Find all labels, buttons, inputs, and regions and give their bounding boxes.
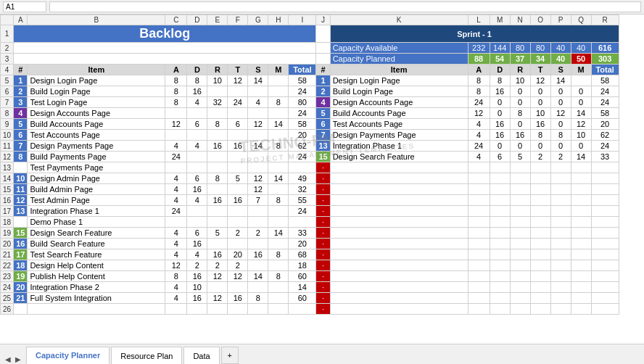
sp24-total	[591, 282, 619, 293]
bl6-s	[248, 86, 268, 97]
bl21-d: 4	[187, 249, 207, 260]
bl21-s: 16	[248, 249, 268, 260]
sprint-dot-15: ·	[316, 184, 330, 195]
bl12-d	[187, 152, 207, 162]
backlog-num-16: 12	[14, 195, 28, 206]
tab-nav-right[interactable]: ▶	[13, 354, 23, 364]
grid-wrapper[interactable]: TECHNO-PMPROJECT MANAGEMENT TEMPLATES	[0, 15, 644, 344]
bl26-r	[207, 304, 228, 315]
bl15-total: 32	[289, 184, 316, 195]
row-num-20: 20	[1, 239, 14, 249]
col-P-header: P	[550, 15, 571, 25]
sp25-a	[468, 293, 490, 304]
cap-avail-s: 40	[550, 43, 571, 54]
sprint-item-17	[330, 206, 468, 217]
row-11: 11 7 Design Payments Page 4 4 16 16 14 8…	[1, 141, 619, 152]
empty-backlog-3	[14, 54, 316, 65]
row-1: 1 Backlog Sprint - 1	[1, 25, 619, 43]
backlog-item-17: Integration Phase 1	[28, 206, 165, 217]
backlog-num-20: 16	[14, 239, 28, 249]
m-header-backlog: M	[268, 65, 289, 75]
hash-header-sprint: #	[316, 65, 330, 75]
tab-nav-left[interactable]: ◀	[3, 354, 13, 364]
sprint-item-21	[330, 249, 468, 260]
backlog-num-5: 1	[14, 75, 28, 86]
bl23-a: 8	[165, 271, 187, 282]
tab-resource-plan[interactable]: Resource Plan	[111, 347, 182, 364]
bl10-total: 20	[289, 130, 316, 141]
backlog-item-11: Design Payments Page	[28, 141, 165, 152]
sp17-r	[510, 206, 530, 217]
bl18-r	[207, 217, 228, 228]
tab-data[interactable]: Data	[183, 347, 219, 364]
row-num-2: 2	[1, 43, 14, 54]
bl22-m	[268, 260, 289, 271]
row-num-15: 15	[1, 184, 14, 195]
sprint-item-12: Design Search Feature	[330, 152, 468, 162]
sp14-t	[530, 173, 550, 184]
bl25-r: 12	[207, 293, 228, 304]
sp13-m	[571, 162, 591, 173]
bl19-a: 4	[165, 228, 187, 239]
sprint-item-14	[330, 173, 468, 184]
bl20-s	[248, 239, 268, 249]
tab-capacity-planner[interactable]: Capacity Planner	[26, 347, 110, 364]
s-header-sprint: S	[550, 65, 571, 75]
sprint-item-10: Design Payments Page	[330, 130, 468, 141]
row-17: 17 13 Integration Phase 1 24 24 ·	[1, 206, 619, 217]
row-num-9: 9	[1, 119, 14, 130]
col-D-header: D	[187, 15, 207, 25]
cap-planned-total: 303	[591, 54, 619, 65]
col-L-header: L	[468, 15, 490, 25]
sprint-dot-26: ·	[316, 304, 330, 315]
bl24-s	[248, 282, 268, 293]
sp8-t: 10	[530, 108, 550, 119]
total-header-backlog: Total	[289, 65, 316, 75]
sp6-m: 0	[571, 86, 591, 97]
sp25-total	[591, 293, 619, 304]
sp15-m	[571, 184, 591, 195]
tab-add-button[interactable]: +	[221, 347, 239, 364]
sp18-r	[510, 217, 530, 228]
formula-bar[interactable]	[49, 1, 641, 12]
bl11-r: 16	[207, 141, 228, 152]
bl18-s	[248, 217, 268, 228]
a-header-sprint: A	[468, 65, 490, 75]
sp17-d	[490, 206, 510, 217]
bl14-a: 4	[165, 173, 187, 184]
col-G-header: G	[248, 15, 268, 25]
sp16-m	[571, 195, 591, 206]
sp22-d	[490, 260, 510, 271]
bl16-s: 7	[248, 195, 268, 206]
bl22-a: 12	[165, 260, 187, 271]
sprint-dot-24: ·	[316, 282, 330, 293]
sp8-m: 14	[571, 108, 591, 119]
backlog-num-14: 10	[14, 173, 28, 184]
bl26-t	[228, 304, 248, 315]
bl14-d: 6	[187, 173, 207, 184]
bl15-m	[268, 184, 289, 195]
sp20-m	[571, 239, 591, 249]
sp20-r	[510, 239, 530, 249]
sp22-total	[591, 260, 619, 271]
sp11-t: 0	[530, 141, 550, 152]
tabs-bar: ◀ ▶ Capacity Planner Resource Plan Data …	[0, 344, 644, 364]
bl17-d	[187, 206, 207, 217]
backlog-item-25: Full System Integration	[28, 293, 165, 304]
bl12-r	[207, 152, 228, 162]
bl5-m	[268, 75, 289, 86]
bl7-m: 8	[268, 97, 289, 108]
bl7-r: 32	[207, 97, 228, 108]
sprint-num-5: 1	[316, 75, 330, 86]
sprint-item-25	[330, 293, 468, 304]
bl26-total	[289, 304, 316, 315]
bl21-t: 20	[228, 249, 248, 260]
sp12-total: 33	[591, 152, 619, 162]
backlog-num-9: 5	[14, 119, 28, 130]
sprint-dot-16: ·	[316, 195, 330, 206]
backlog-item-15: Build Admin Page	[28, 184, 165, 195]
cell-reference[interactable]	[3, 1, 46, 12]
backlog-item-10: Test Accounts Page	[28, 130, 165, 141]
sp24-s	[550, 282, 571, 293]
sp24-d	[490, 282, 510, 293]
